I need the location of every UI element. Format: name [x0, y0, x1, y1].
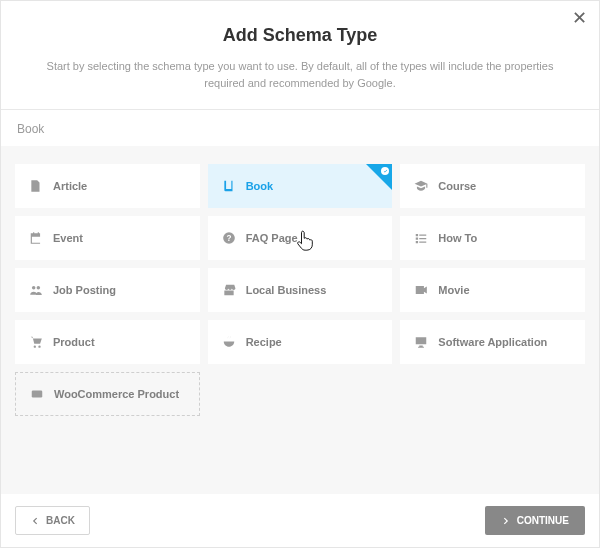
schema-card-recipe[interactable]: Recipe: [208, 320, 393, 364]
users-icon: [29, 283, 43, 297]
schema-card-faq[interactable]: FAQ Page: [208, 216, 393, 260]
schema-card-event[interactable]: Event: [15, 216, 200, 260]
add-schema-modal: ✕ Add Schema Type Start by selecting the…: [0, 0, 600, 548]
schema-card-label: Software Application: [438, 336, 547, 348]
back-button[interactable]: BACK: [15, 506, 90, 535]
modal-header: Add Schema Type Start by selecting the s…: [1, 1, 599, 109]
schema-card-label: Event: [53, 232, 83, 244]
modal-title: Add Schema Type: [31, 25, 569, 46]
modal-footer: BACK CONTINUE: [1, 494, 599, 547]
continue-button-label: CONTINUE: [517, 515, 569, 526]
question-icon: [222, 231, 236, 245]
cart-icon: [29, 335, 43, 349]
schema-card-product[interactable]: Product: [15, 320, 200, 364]
schema-card-label: WooCommerce Product: [54, 388, 179, 400]
bowl-icon: [222, 335, 236, 349]
modal-subtitle: Start by selecting the schema type you w…: [31, 58, 569, 91]
list-icon: [414, 231, 428, 245]
schema-card-woocommerce[interactable]: WooCommerce Product: [15, 372, 200, 416]
close-icon[interactable]: ✕: [572, 9, 587, 27]
schema-card-label: How To: [438, 232, 477, 244]
calendar-icon: [29, 231, 43, 245]
schema-card-label: Local Business: [246, 284, 327, 296]
arrow-left-icon: [30, 516, 40, 526]
monitor-icon: [414, 335, 428, 349]
back-button-label: BACK: [46, 515, 75, 526]
schema-card-software[interactable]: Software Application: [400, 320, 585, 364]
schema-card-label: Article: [53, 180, 87, 192]
schema-card-movie[interactable]: Movie: [400, 268, 585, 312]
grad-cap-icon: [414, 179, 428, 193]
schema-grid-container: ArticleBookCourseEventFAQ PageHow ToJob …: [1, 146, 599, 494]
schema-card-localbusiness[interactable]: Local Business: [208, 268, 393, 312]
book-icon: [222, 179, 236, 193]
continue-button[interactable]: CONTINUE: [485, 506, 585, 535]
schema-card-label: Course: [438, 180, 476, 192]
woo-icon: [30, 387, 44, 401]
schema-card-label: Book: [246, 180, 274, 192]
video-icon: [414, 283, 428, 297]
schema-card-label: Job Posting: [53, 284, 116, 296]
schema-card-label: Product: [53, 336, 95, 348]
schema-card-book[interactable]: Book: [208, 164, 393, 208]
store-icon: [222, 283, 236, 297]
schema-filter-input[interactable]: Book: [1, 110, 599, 146]
schema-card-howto[interactable]: How To: [400, 216, 585, 260]
schema-card-label: Recipe: [246, 336, 282, 348]
schema-card-jobposting[interactable]: Job Posting: [15, 268, 200, 312]
selected-corner: [366, 164, 392, 190]
schema-card-label: FAQ Page: [246, 232, 298, 244]
arrow-right-icon: [501, 516, 511, 526]
schema-card-label: Movie: [438, 284, 469, 296]
schema-card-course[interactable]: Course: [400, 164, 585, 208]
schema-card-article[interactable]: Article: [15, 164, 200, 208]
file-text-icon: [29, 179, 43, 193]
schema-grid: ArticleBookCourseEventFAQ PageHow ToJob …: [15, 164, 585, 416]
